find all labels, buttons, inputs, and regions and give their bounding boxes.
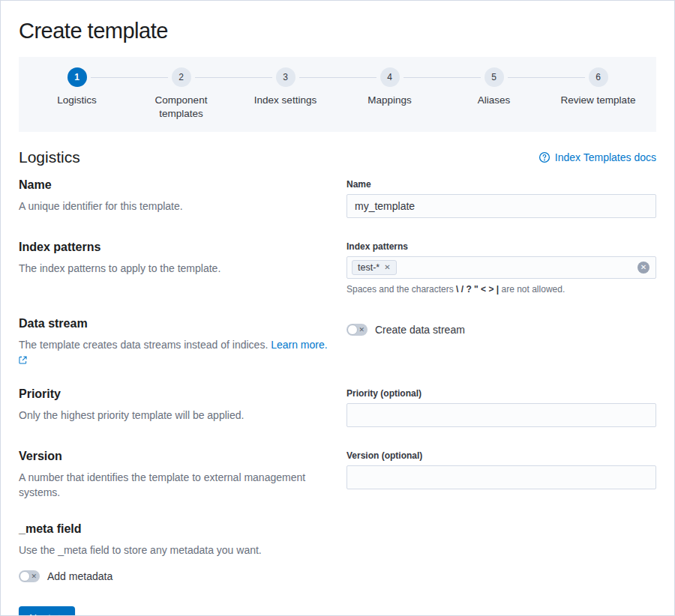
step-number: 1 <box>68 67 87 87</box>
priority-field-label: Priority (optional) <box>346 388 656 399</box>
section-header: Logistics Index Templates docs <box>19 148 656 166</box>
step-label: Aliases <box>478 94 511 107</box>
step-label: Component templates <box>140 94 223 120</box>
step-number: 3 <box>276 67 296 87</box>
step-index-settings[interactable]: 3 Index settings <box>233 67 338 120</box>
step-component-templates[interactable]: 2 Component templates <box>129 67 233 120</box>
data-stream-description-col: Data stream The template creates data st… <box>19 317 328 368</box>
name-input[interactable] <box>346 194 656 218</box>
version-form-row: Version A number that identifies the tem… <box>19 450 656 501</box>
step-label: Review template <box>561 94 636 107</box>
index-patterns-combobox[interactable]: test-* ✕ ✕ <box>346 256 656 279</box>
page-title: Create template <box>19 19 656 43</box>
index-patterns-description-col: Index patterns The index patterns to app… <box>19 241 328 295</box>
add-metadata-label: Add metadata <box>47 570 112 582</box>
learn-more-link[interactable]: Learn more. <box>271 339 327 351</box>
toggle-thumb <box>347 324 358 335</box>
docs-icon <box>538 151 550 163</box>
step-label: Mappings <box>368 94 412 107</box>
toggle-off-icon: ✕ <box>358 327 364 333</box>
create-data-stream-switch-row: ✕ Create data stream <box>346 318 656 336</box>
create-template-page: Create template 1 Logistics 2 Component … <box>0 0 675 616</box>
step-number: 4 <box>380 67 400 87</box>
toggle-thumb <box>20 571 30 582</box>
priority-field-col: Priority (optional) <box>346 387 656 427</box>
add-metadata-switch-row: ✕ Add metadata <box>19 570 656 582</box>
create-data-stream-label: Create data stream <box>375 324 465 336</box>
meta-field-block: _meta field Use the _meta field to store… <box>19 522 656 582</box>
index-patterns-field-col: Index patterns test-* ✕ ✕ Spaces and the… <box>346 241 656 295</box>
index-patterns-field-label: Index patterns <box>346 241 656 252</box>
index-patterns-row-title: Index patterns <box>19 241 328 254</box>
priority-row-description: Only the highest priority template will … <box>19 408 328 423</box>
name-row-description: A unique identifier for this template. <box>19 199 328 214</box>
step-logistics[interactable]: 1 Logistics <box>25 67 129 120</box>
name-field-col: Name <box>346 178 656 218</box>
index-pattern-badge-label: test-* <box>358 262 380 274</box>
step-review-template[interactable]: 6 Review template <box>546 67 650 120</box>
wizard-stepper: 1 Logistics 2 Component templates 3 Inde… <box>19 57 656 132</box>
name-row-title: Name <box>19 178 328 192</box>
priority-row-title: Priority <box>19 387 328 401</box>
version-field-label: Version (optional) <box>346 450 656 461</box>
toggle-off-icon: ✕ <box>31 573 37 579</box>
meta-row-description: Use the _meta field to store any metadat… <box>19 543 656 558</box>
section-title: Logistics <box>19 148 80 166</box>
step-label: Logistics <box>57 94 97 107</box>
remove-pattern-icon[interactable]: ✕ <box>384 262 390 274</box>
external-link-icon <box>19 356 27 364</box>
version-field-col: Version (optional) <box>346 450 656 501</box>
name-field-label: Name <box>346 179 656 190</box>
index-patterns-form-row: Index patterns The index patterns to app… <box>19 241 656 295</box>
name-form-row: Name A unique identifier for this templa… <box>19 178 656 218</box>
next-button[interactable]: Next <box>19 606 75 616</box>
data-stream-field-col: ✕ Create data stream <box>346 317 656 368</box>
index-templates-docs-link[interactable]: Index Templates docs <box>538 151 656 163</box>
step-number: 2 <box>172 67 191 87</box>
next-button-label: Next <box>29 612 51 616</box>
version-row-description: A number that identifies the template to… <box>19 470 328 501</box>
data-stream-row-description: The template creates data streams instea… <box>19 337 328 368</box>
index-pattern-badge: test-* ✕ <box>352 260 397 275</box>
create-data-stream-toggle[interactable]: ✕ <box>346 324 368 336</box>
data-stream-form-row: Data stream The template creates data st… <box>19 317 656 368</box>
data-stream-row-title: Data stream <box>19 317 328 330</box>
version-input[interactable] <box>346 465 656 489</box>
docs-link-label: Index Templates docs <box>555 151 656 163</box>
version-description-col: Version A number that identifies the tem… <box>19 450 328 501</box>
meta-row-title: _meta field <box>19 522 656 536</box>
step-number: 5 <box>484 67 504 87</box>
priority-input[interactable] <box>346 403 656 427</box>
disallowed-characters: \ / ? " < > | <box>456 284 499 295</box>
priority-description-col: Priority Only the highest priority templ… <box>19 387 328 427</box>
step-mappings[interactable]: 4 Mappings <box>338 67 442 120</box>
name-description-col: Name A unique identifier for this templa… <box>19 178 328 218</box>
step-number: 6 <box>589 67 608 87</box>
add-metadata-toggle[interactable]: ✕ <box>19 570 40 582</box>
clear-patterns-icon[interactable]: ✕ <box>638 262 650 274</box>
step-label: Index settings <box>254 94 316 107</box>
index-patterns-help-text: Spaces and the characters \ / ? " < > | … <box>346 284 656 295</box>
index-patterns-row-description: The index patterns to apply to the templ… <box>19 261 328 276</box>
version-row-title: Version <box>19 450 328 463</box>
step-aliases[interactable]: 5 Aliases <box>442 67 546 120</box>
priority-form-row: Priority Only the highest priority templ… <box>19 387 656 427</box>
